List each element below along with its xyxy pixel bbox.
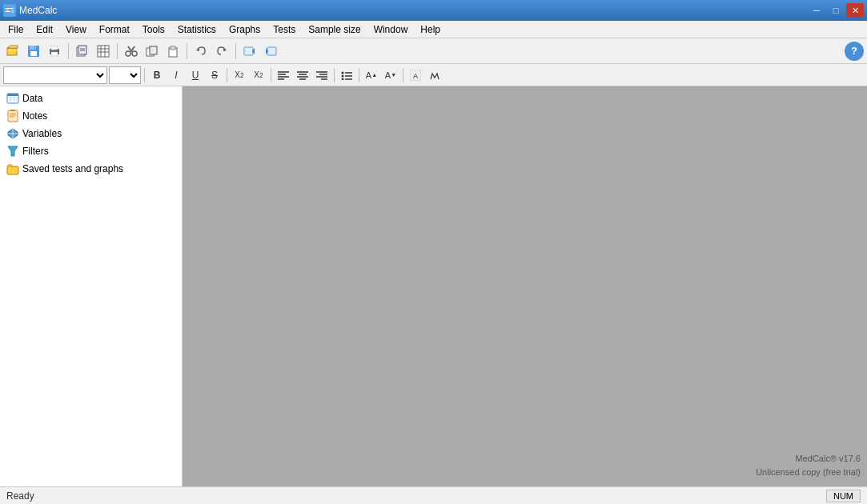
title-bar: MedCalc ─ □ ✕	[0, 0, 867, 21]
paste-button[interactable]	[163, 42, 183, 61]
align-right-button[interactable]	[313, 66, 331, 84]
svg-rect-2	[6, 10, 9, 10]
svg-text:A: A	[413, 72, 418, 80]
sep4	[235, 43, 236, 59]
sep2	[117, 43, 118, 59]
menu-statistics[interactable]: Statistics	[171, 21, 223, 38]
svg-rect-10	[34, 46, 35, 49]
svg-rect-13	[51, 52, 58, 56]
fmt-sep2	[227, 68, 227, 82]
bold-button[interactable]: B	[148, 66, 166, 84]
menu-edit[interactable]: Edit	[30, 21, 59, 38]
help-button[interactable]: ?	[845, 42, 864, 61]
sidebar: Data Notes	[0, 86, 183, 486]
fmt-sep4	[334, 68, 335, 82]
svg-rect-29	[171, 46, 175, 50]
restore-button[interactable]: □	[827, 3, 845, 18]
menu-tools[interactable]: Tools	[136, 21, 171, 38]
back-button[interactable]	[240, 42, 259, 61]
save-button[interactable]	[24, 42, 43, 61]
sidebar-item-variables[interactable]: Variables	[0, 125, 182, 142]
font-size-select[interactable]	[109, 66, 141, 84]
minimize-button[interactable]: ─	[808, 3, 825, 18]
window-title: MedCalc	[19, 5, 57, 16]
title-left: MedCalc	[3, 4, 57, 17]
format-toolbar: B I U S X2 X2 A▲ A▼ A	[0, 64, 867, 86]
copy-button[interactable]	[142, 42, 162, 61]
align-center-button[interactable]	[294, 66, 311, 84]
sidebar-item-notes[interactable]: Notes	[0, 107, 182, 125]
fmt-sep5	[359, 68, 359, 82]
menu-file[interactable]: File	[2, 21, 30, 38]
svg-point-25	[132, 51, 137, 56]
menu-window[interactable]: Window	[367, 21, 415, 38]
app-icon	[3, 4, 16, 17]
sidebar-variables-label: Variables	[22, 128, 62, 139]
data-icon	[6, 92, 19, 105]
italic-button[interactable]: I	[167, 66, 185, 84]
strikethrough-button[interactable]: S	[206, 66, 223, 84]
superscript-button[interactable]: X2	[250, 66, 267, 84]
svg-rect-12	[51, 46, 58, 50]
svg-rect-32	[244, 47, 253, 55]
text-style2-button[interactable]	[426, 66, 444, 84]
underline-button[interactable]: U	[187, 66, 204, 84]
svg-point-24	[126, 51, 130, 56]
svg-marker-70	[8, 146, 18, 156]
sidebar-filters-label: Filters	[22, 146, 49, 157]
font-name-select[interactable]	[3, 66, 107, 84]
menu-help[interactable]: Help	[414, 21, 447, 38]
sidebar-item-filters[interactable]: Filters	[0, 142, 182, 160]
copy-data-button[interactable]	[73, 42, 92, 61]
status-text: Ready	[6, 490, 34, 502]
svg-point-48	[342, 71, 344, 74]
menu-samplesize[interactable]: Sample size	[302, 21, 367, 38]
svg-rect-4	[11, 10, 14, 13]
open-button[interactable]	[3, 42, 22, 61]
svg-point-49	[342, 74, 344, 77]
align-left-button[interactable]	[275, 66, 292, 84]
window-controls: ─ □ ✕	[808, 3, 864, 18]
svg-rect-57	[7, 94, 18, 96]
sidebar-notes-label: Notes	[22, 110, 47, 122]
svg-rect-71	[7, 166, 18, 174]
svg-rect-34	[267, 47, 276, 55]
forward-button[interactable]	[261, 42, 280, 61]
text-style1-button[interactable]: A	[407, 66, 424, 84]
svg-rect-27	[150, 46, 157, 54]
cut-button[interactable]	[122, 42, 141, 61]
print-button[interactable]	[45, 42, 64, 61]
subscript-button[interactable]: X2	[231, 66, 248, 84]
svg-rect-3	[6, 11, 10, 12]
menu-bar: File Edit View Format Tools Statistics G…	[0, 21, 867, 38]
redo-button[interactable]	[212, 42, 231, 61]
menu-view[interactable]: View	[59, 21, 93, 38]
sidebar-saved-label: Saved tests and graphs	[22, 163, 123, 174]
sep3	[187, 43, 187, 59]
menu-format[interactable]: Format	[93, 21, 136, 38]
shrink-font-button[interactable]: A▼	[382, 66, 399, 84]
notes-icon	[6, 110, 19, 122]
table-button[interactable]	[94, 42, 113, 61]
fmt-sep1	[144, 68, 145, 82]
sidebar-item-data[interactable]: Data	[0, 90, 182, 107]
status-right: NUM	[826, 490, 861, 502]
grow-font-button[interactable]: A▲	[363, 66, 380, 84]
menu-graphs[interactable]: Graphs	[223, 21, 267, 38]
svg-rect-14	[51, 50, 54, 50]
filters-icon	[6, 145, 19, 158]
help-icon: ?	[851, 45, 857, 57]
sidebar-data-label: Data	[22, 93, 42, 104]
menu-tests[interactable]: Tests	[267, 21, 302, 38]
undo-button[interactable]	[191, 42, 211, 61]
saved-tests-icon	[6, 162, 19, 175]
sidebar-item-saved-tests[interactable]: Saved tests and graphs	[0, 160, 182, 178]
svg-marker-6	[7, 46, 18, 48]
svg-rect-19	[98, 46, 109, 57]
svg-rect-62	[8, 110, 18, 122]
list-button[interactable]	[338, 66, 355, 84]
fmt-sep6	[403, 68, 403, 82]
content-area: MedCalc® v17.6 Unlicensed copy (free tri…	[183, 86, 867, 486]
content-inner	[183, 86, 867, 486]
close-button[interactable]: ✕	[846, 3, 864, 18]
